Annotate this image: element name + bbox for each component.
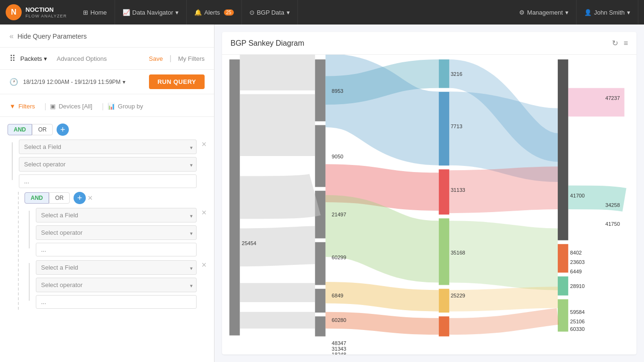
nav-home-label: Home bbox=[91, 9, 107, 16]
user-icon: 👤 bbox=[584, 9, 592, 16]
field-select-2[interactable]: Select a Field bbox=[36, 208, 197, 222]
bgp-icon: ⊙ bbox=[249, 9, 255, 16]
save-link[interactable]: Save bbox=[149, 55, 163, 62]
remove-filter-2[interactable]: × bbox=[201, 208, 206, 218]
label-41750: 41750 bbox=[605, 221, 620, 227]
sankey-node-far-right-2 bbox=[558, 244, 568, 273]
remove-filter-1[interactable]: × bbox=[201, 140, 206, 149]
field-select-wrap-1: Select a Field ▾ bbox=[19, 140, 197, 156]
label-8953: 8953 bbox=[332, 88, 344, 94]
flow-red bbox=[325, 183, 438, 192]
label-25229: 25229 bbox=[451, 293, 465, 298]
and-button-1[interactable]: AND bbox=[8, 124, 32, 135]
connector-2 bbox=[25, 208, 34, 248]
nav-management[interactable]: ⚙ Management ▾ bbox=[512, 0, 577, 25]
op-select-3[interactable]: Select operator bbox=[36, 278, 197, 292]
or-button-1[interactable]: OR bbox=[32, 124, 53, 135]
sankey-node-r5 bbox=[439, 289, 449, 313]
remove-subgroup[interactable]: × bbox=[88, 193, 93, 203]
sankey-node-r2 bbox=[439, 92, 449, 165]
hide-query-bar[interactable]: « Hide Query Parameters bbox=[0, 25, 214, 48]
label-41700: 41700 bbox=[570, 193, 585, 198]
sankey-node-mid-2 bbox=[315, 125, 325, 187]
nav-home[interactable]: ⊞ Home bbox=[75, 0, 115, 25]
add-filter-button-1[interactable]: + bbox=[57, 123, 69, 136]
label-6849: 6849 bbox=[332, 293, 344, 298]
left-panel: « Hide Query Parameters ⠿ Packets ▾ Adva… bbox=[0, 25, 215, 362]
sankey-node-r6 bbox=[439, 316, 449, 336]
right-panel: BGP Sankey Diagram ↻ ≡ bbox=[215, 25, 644, 362]
label-35168: 35168 bbox=[451, 250, 465, 255]
label-48347: 48347 bbox=[332, 340, 347, 346]
field-select-wrap-2: Select a Field ▾ bbox=[36, 208, 197, 224]
packets-label: Packets bbox=[20, 55, 42, 62]
label-3216: 3216 bbox=[451, 71, 462, 77]
chevrons-left-icon: « bbox=[9, 32, 14, 41]
devices-icon: ▣ bbox=[50, 103, 56, 110]
sankey-node-far-right-1 bbox=[558, 59, 568, 240]
flow-green bbox=[325, 226, 438, 252]
tab-devices-label: Devices [All] bbox=[58, 103, 92, 110]
flow-r6-fr bbox=[449, 316, 558, 326]
flow-r2-fr bbox=[449, 128, 558, 145]
my-filters-link[interactable]: My Filters bbox=[178, 55, 205, 62]
alerts-badge: 25 bbox=[224, 9, 234, 16]
sankey-node-r4 bbox=[439, 218, 449, 285]
sankey-node-far-right-4 bbox=[558, 299, 568, 332]
grid-icon: ⠿ bbox=[9, 53, 16, 64]
nav-data-navigator[interactable]: 📈 Data Navigator ▾ bbox=[115, 0, 187, 25]
label-7713: 7713 bbox=[451, 123, 462, 129]
flow-r4-fr bbox=[449, 252, 558, 259]
time-range-display[interactable]: 18/12/19 12:00AM - 19/12/19 11:59PM ▾ bbox=[23, 79, 125, 85]
field-select-3[interactable]: Select a Field bbox=[36, 260, 197, 275]
label-28910: 28910 bbox=[570, 283, 585, 289]
label-18248: 18248 bbox=[332, 352, 347, 354]
chevron-down-time: ▾ bbox=[123, 79, 125, 85]
nav-right-section: ⚙ Management ▾ 👤 John Smith ▾ bbox=[512, 0, 638, 25]
and-button-2[interactable]: AND bbox=[25, 192, 49, 204]
chart-container: BGP Sankey Diagram ↻ ≡ bbox=[222, 32, 636, 354]
sankey-node-far-right-3 bbox=[558, 276, 568, 295]
and-or-row-1: AND OR + bbox=[8, 123, 206, 136]
nav-bgp-data[interactable]: ⊙ BGP Data ▾ bbox=[242, 0, 298, 25]
value-input-1[interactable] bbox=[19, 174, 197, 188]
sankey-svg: 8953 9050 21497 60299 6849 60280 3216 77… bbox=[222, 55, 636, 354]
logo-name: NOCTION bbox=[25, 6, 67, 14]
chart-icon: 📈 bbox=[123, 9, 130, 16]
op-select-1[interactable]: Select operator bbox=[19, 157, 197, 172]
tab-group-by[interactable]: 📊 Group by bbox=[107, 101, 149, 112]
label-47237: 47237 bbox=[605, 95, 620, 101]
chevron-down-icon: ▾ bbox=[175, 9, 179, 16]
connector-line-3 bbox=[29, 263, 30, 301]
connector-line-2 bbox=[29, 211, 30, 248]
flow-l-m3 bbox=[240, 195, 315, 197]
pipe-divider: | bbox=[170, 54, 172, 63]
nav-alerts[interactable]: 🔔 Alerts 25 bbox=[187, 0, 241, 25]
value-input-3[interactable] bbox=[36, 295, 197, 309]
chart-actions: ↻ ≡ bbox=[612, 39, 628, 48]
filter-2-inputs: Select a Field ▾ Select operator ▾ bbox=[36, 208, 197, 257]
top-navigation: N NOCTION FLOW ANALYZER ⊞ Home 📈 Data Na… bbox=[0, 0, 644, 25]
tab-filters[interactable]: ▼ Filters bbox=[9, 101, 41, 112]
field-select-1[interactable]: Select a Field bbox=[19, 140, 197, 154]
tab-devices[interactable]: ▣ Devices [All] bbox=[50, 101, 98, 112]
nav-user[interactable]: 👤 John Smith ▾ bbox=[577, 0, 638, 25]
run-query-button[interactable]: RUN QUERY bbox=[149, 74, 205, 89]
sub-filter-group: AND OR + × Select a Field bbox=[18, 192, 206, 310]
label-21497: 21497 bbox=[332, 212, 347, 217]
sankey-node-mid-1 bbox=[315, 59, 325, 121]
value-input-2[interactable] bbox=[36, 243, 197, 256]
remove-filter-3[interactable]: × bbox=[201, 260, 206, 270]
refresh-icon[interactable]: ↻ bbox=[612, 39, 618, 48]
tab-divider-2: | bbox=[102, 102, 104, 111]
menu-icon[interactable]: ≡ bbox=[624, 39, 628, 48]
op-select-2[interactable]: Select operator bbox=[36, 225, 197, 240]
advanced-options-link[interactable]: Advanced Options bbox=[57, 55, 107, 62]
flow-blue bbox=[325, 90, 438, 129]
sankey-node-mid-6 bbox=[315, 316, 325, 336]
flow-r5-fr bbox=[449, 297, 558, 301]
or-button-2[interactable]: OR bbox=[49, 192, 70, 204]
packets-button[interactable]: Packets ▾ bbox=[20, 55, 47, 62]
field-select-wrap-3: Select a Field ▾ bbox=[36, 260, 197, 276]
add-filter-button-2[interactable]: + bbox=[74, 192, 86, 204]
